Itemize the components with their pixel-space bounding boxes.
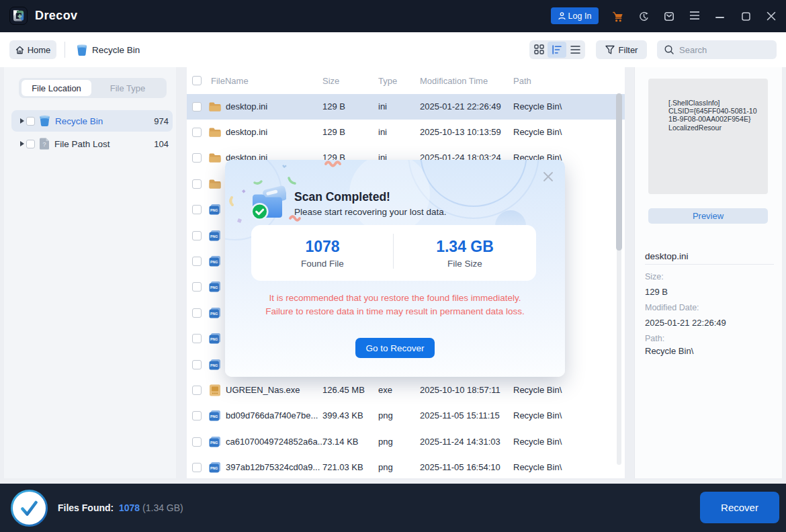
svg-text:PNG: PNG [210, 441, 218, 445]
svg-text:PNG: PNG [210, 363, 218, 367]
svg-text:?: ? [42, 141, 46, 148]
svg-text:PNG: PNG [210, 208, 218, 212]
svg-text:PNG: PNG [210, 312, 218, 316]
svg-text:PNG: PNG [210, 260, 218, 264]
svg-text:PNG: PNG [210, 234, 218, 238]
svg-text:PNG: PNG [210, 466, 218, 470]
svg-text:PNG: PNG [210, 285, 218, 290]
svg-text:PNG: PNG [210, 414, 218, 418]
svg-text:PNG: PNG [210, 337, 218, 341]
